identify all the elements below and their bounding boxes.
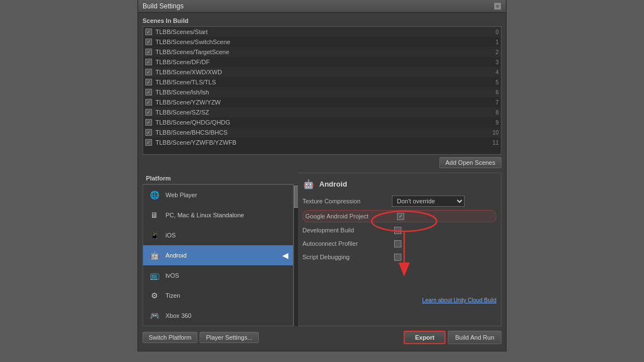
scene-row: TLBB/Scene/SZ/SZ 8 <box>143 107 501 117</box>
platform-list: 🌐 Web Player 🖥 PC, Mac & Linux Standalon… <box>143 184 293 326</box>
scene-row: TLBB/Scene/BHCS/BHCS 10 <box>143 127 501 137</box>
scene-name: TLBB/Scene/BHCS/BHCS <box>155 129 490 136</box>
window-title: Build Settings <box>143 2 183 10</box>
scene-index: 4 <box>495 69 499 75</box>
autoconnect-profiler-row: Autoconnect Profiler <box>302 238 496 249</box>
development-build-row: Development Build <box>302 225 496 236</box>
scene-row: TLBB/Scene/YZW/YZW 7 <box>143 97 501 107</box>
build-and-run-button[interactable]: Build And Run <box>448 331 501 344</box>
platform-list-wrapper: Platform 🌐 Web Player 🖥 PC, Mac & Linux … <box>143 173 298 326</box>
android-title: 🤖 Android <box>302 178 496 190</box>
player-settings-button[interactable]: Player Settings... <box>200 332 258 343</box>
scene-row: TLBB/Scene/QHDG/QHDG 9 <box>143 117 501 127</box>
platform-item-xbox360[interactable]: 🎮 Xbox 360 <box>143 306 293 326</box>
close-button[interactable]: × <box>494 2 501 10</box>
bottom-left-buttons: Switch Platform Player Settings... <box>143 332 259 343</box>
scene-row: TLBB/Scene/XWD/XWD 4 <box>143 67 501 77</box>
autoconnect-profiler-label: Autoconnect Profiler <box>302 240 392 247</box>
platform-item-tvos[interactable]: 📺 tvOS <box>143 265 293 285</box>
scene-row: TLBB/Scene/lsh/lsh 6 <box>143 87 501 97</box>
bottom-right-buttons: Export Build And Run <box>404 331 501 344</box>
scene-checkbox[interactable] <box>145 28 152 35</box>
script-debugging-checkbox[interactable] <box>394 254 401 261</box>
scene-row: TLBB/Scene/DF/DF 3 <box>143 57 501 67</box>
google-android-project-label: Google Android Project <box>305 213 395 220</box>
scene-name: TLBB/Scene/YZW/YZW <box>155 99 493 106</box>
platform-list-wrap: 🌐 Web Player 🖥 PC, Mac & Linux Standalon… <box>143 184 298 326</box>
scene-name: TLBB/Scene/TLS/TLS <box>155 79 493 85</box>
scene-name: TLBB/Scene/XWD/XWD <box>155 69 493 75</box>
export-button[interactable]: Export <box>404 331 446 344</box>
titlebar: Build Settings × <box>138 0 506 13</box>
platform-item-pc-mac[interactable]: 🖥 PC, Mac & Linux Standalone <box>143 205 293 225</box>
script-debugging-label: Script Debugging <box>302 254 392 260</box>
scene-row: TLBB/Scene/YZWFB/YZWFB 11 <box>143 137 501 147</box>
platform-label-android: Android <box>165 252 187 259</box>
scene-checkbox[interactable] <box>145 49 152 55</box>
development-build-label: Development Build <box>302 227 392 234</box>
switch-platform-button[interactable]: Switch Platform <box>143 332 197 343</box>
scene-checkbox[interactable] <box>145 39 152 45</box>
platform-label-tizen: Tizen <box>165 292 181 299</box>
scene-checkbox[interactable] <box>145 59 152 65</box>
platform-label-ios: iOS <box>165 232 176 239</box>
scene-name: TLBB/Scene/SZ/SZ <box>155 109 493 116</box>
texture-compression-label: Texture Compression <box>302 198 392 204</box>
scenes-section-label: Scenes In Build <box>143 17 501 24</box>
platform-icon-xbox360: 🎮 <box>148 309 161 322</box>
scene-name: TLBB/Scenes/TargetScene <box>155 49 493 55</box>
scenes-list[interactable]: TLBB/Scenes/Start 0 TLBB/Scenes/SwitchSc… <box>143 26 501 155</box>
scene-checkbox[interactable] <box>145 99 152 106</box>
scene-index: 2 <box>495 49 499 55</box>
scene-checkbox[interactable] <box>145 119 152 126</box>
google-android-project-checkbox[interactable] <box>397 213 404 220</box>
google-android-project-row: Google Android Project <box>302 210 496 222</box>
scene-checkbox[interactable] <box>145 109 152 116</box>
main-content: Scenes In Build TLBB/Scenes/Start 0 TLBB… <box>138 13 506 351</box>
android-title-icon: 🤖 <box>302 178 315 190</box>
platform-icon-android: 🤖 <box>148 249 161 262</box>
platform-scrollbar[interactable] <box>293 184 298 326</box>
svg-marker-2 <box>399 263 410 277</box>
scene-name: TLBB/Scenes/Start <box>155 28 493 35</box>
android-settings-panel: 🤖 Android Texture Compression Don't over… <box>298 173 501 326</box>
platform-icon-ios: 📱 <box>148 228 161 242</box>
platform-item-web-player[interactable]: 🌐 Web Player <box>143 185 293 205</box>
scene-index: 3 <box>495 59 499 65</box>
platform-label: Platform <box>143 173 298 184</box>
scene-row: TLBB/Scenes/SwitchScene 1 <box>143 37 501 47</box>
scene-name: TLBB/Scene/DF/DF <box>155 59 493 65</box>
scene-index: 6 <box>495 89 499 96</box>
scene-index: 0 <box>495 29 499 35</box>
platform-item-tizen[interactable]: ⚙ Tizen <box>143 285 293 306</box>
learn-cloud-build-link[interactable]: Learn about Unity Cloud Build <box>422 297 496 303</box>
autoconnect-profiler-checkbox[interactable] <box>394 240 401 247</box>
scene-row: TLBB/Scene/TLS/TLS 5 <box>143 77 501 87</box>
scene-checkbox[interactable] <box>145 129 152 136</box>
platform-item-ios[interactable]: 📱 iOS <box>143 225 293 245</box>
scene-checkbox[interactable] <box>145 89 152 96</box>
scene-index: 10 <box>493 130 499 136</box>
scene-checkbox[interactable] <box>145 69 152 75</box>
scene-index: 5 <box>495 79 499 85</box>
platform-label-tvos: tvOS <box>165 272 179 279</box>
platform-icon-tvos: 📺 <box>148 269 161 282</box>
build-settings-window: Build Settings × Scenes In Build TLBB/Sc… <box>138 0 506 351</box>
texture-compression-row: Texture Compression Don't overrideETC (d… <box>302 196 496 207</box>
add-open-scenes-button[interactable]: Add Open Scenes <box>439 157 501 168</box>
scene-name: TLBB/Scene/QHDG/QHDG <box>155 119 493 126</box>
scene-checkbox[interactable] <box>145 79 152 85</box>
platform-icon-tizen: ⚙ <box>148 289 161 302</box>
scene-index: 7 <box>495 99 499 106</box>
active-platform-arrow: ◀ <box>282 251 288 260</box>
platform-item-android[interactable]: 🤖 Android ◀ <box>143 245 293 265</box>
development-build-checkbox[interactable] <box>394 227 401 234</box>
scene-name: TLBB/Scene/YZWFB/YZWFB <box>155 139 490 146</box>
scene-index: 8 <box>495 109 499 116</box>
bottom-bar: Switch Platform Player Settings... Expor… <box>143 331 501 346</box>
scene-index: 9 <box>495 120 499 126</box>
add-open-scenes-area: Add Open Scenes <box>143 157 501 168</box>
platform-label-web-player: Web Player <box>165 192 197 198</box>
scene-checkbox[interactable] <box>145 139 152 146</box>
texture-compression-select[interactable]: Don't overrideETC (default)ETC2 (GLES 3.… <box>392 196 465 207</box>
